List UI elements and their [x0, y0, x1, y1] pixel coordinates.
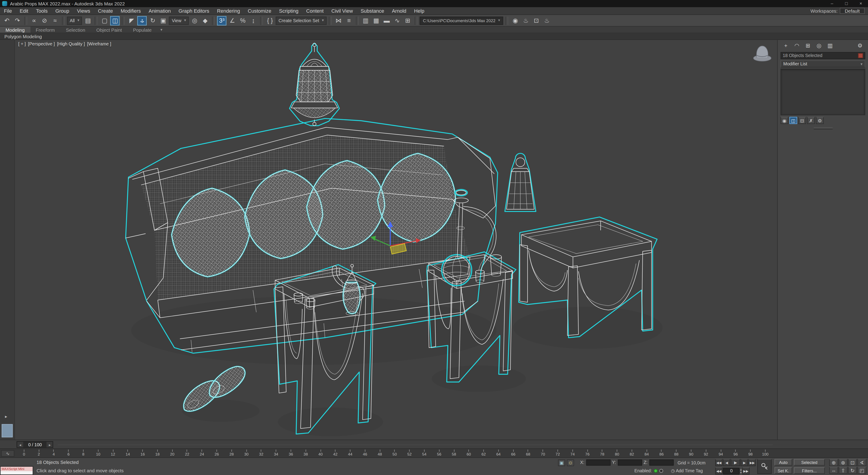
menu-edit[interactable]: Edit	[16, 7, 32, 15]
remove-modifier-icon[interactable]: ✗	[807, 117, 815, 124]
menu-customize[interactable]: Customize	[244, 7, 275, 15]
select-and-manipulate-icon[interactable]: ◆	[200, 16, 210, 25]
menu-content[interactable]: Content	[302, 7, 328, 15]
current-frame-field[interactable]: 0	[723, 468, 740, 474]
viewport-general-menu[interactable]: [ + ]	[18, 41, 26, 47]
menu-file[interactable]: File	[0, 7, 16, 15]
isolate-selection-icon[interactable]: ▣	[558, 459, 565, 466]
hierarchy-tab[interactable]: ⊞	[803, 41, 813, 49]
auto-key-button[interactable]: Auto	[774, 459, 792, 466]
render-setup-icon[interactable]: ♨	[521, 16, 531, 25]
trackbar-ruler[interactable]: 0246810121416182022242628303234363840424…	[17, 449, 773, 457]
toggle-ribbon-icon[interactable]: ▬	[382, 16, 392, 25]
selection-set-key-dropdown[interactable]: Selected	[794, 459, 825, 466]
walk-through-icon[interactable]: ⇧	[839, 467, 847, 474]
workspaces-dropdown[interactable]: Default	[840, 8, 865, 14]
go-to-start-button[interactable]: ◀◀	[715, 459, 722, 466]
rectangular-selection-region-icon[interactable]: ▢	[100, 16, 110, 25]
field-of-view-icon[interactable]: ∢	[857, 459, 866, 466]
perspective-viewport[interactable]: [ + ][Perspective ][High Quality ][Wiref…	[15, 40, 777, 440]
add-time-tag[interactable]: ◷ Add Time Tag	[671, 469, 703, 473]
next-frame-button[interactable]: ▶	[741, 459, 748, 466]
viewport-quality-menu[interactable]: [High Quality ]	[57, 41, 85, 47]
select-and-rotate-icon[interactable]: ↻	[148, 16, 158, 25]
align-icon[interactable]: ≡	[344, 16, 354, 25]
ribbon-tab-modeling[interactable]: Modeling	[0, 27, 30, 33]
adaptive-degradation-icon[interactable]	[659, 469, 663, 473]
menu-create[interactable]: Create	[94, 7, 117, 15]
ribbon-panel-polygon-modeling[interactable]: Polygon Modeling	[0, 33, 868, 40]
minimize-button[interactable]: –	[825, 0, 839, 7]
rendered-frame-window-icon[interactable]: ⊡	[532, 16, 541, 25]
maxscript-macro-row[interactable]: MAXScript Mini	[0, 467, 33, 471]
modifier-stack-list[interactable]	[780, 68, 865, 115]
show-end-result-icon[interactable]: ◫	[789, 117, 797, 124]
zoom-extents-icon[interactable]: ⊡	[848, 459, 857, 466]
menu-arnold[interactable]: Arnold	[388, 7, 410, 15]
time-slider-track[interactable]	[58, 444, 773, 445]
selection-lock-icon[interactable]: ⊙	[567, 459, 574, 466]
menu-scripting[interactable]: Scripting	[275, 7, 302, 15]
menu-animation[interactable]: Animation	[145, 7, 175, 15]
select-object-icon[interactable]: ◤	[127, 16, 136, 25]
menu-substance[interactable]: Substance	[357, 7, 388, 15]
mirror-icon[interactable]: ⋈	[334, 16, 343, 25]
ribbon-tab-object-paint[interactable]: Object Paint	[91, 27, 127, 33]
named-selection-sets-dropdown[interactable]: Create Selection Set	[276, 16, 327, 25]
menu-graph-editors[interactable]: Graph Editors	[175, 7, 213, 15]
close-button[interactable]: ×	[854, 0, 868, 7]
reference-coordinate-dropdown[interactable]: View	[169, 16, 189, 25]
key-filters-button[interactable]: Filters...	[794, 467, 825, 474]
modifier-list-dropdown[interactable]: Modifier List	[780, 60, 865, 68]
angle-snap-toggle-icon[interactable]: ∠	[228, 16, 237, 25]
select-by-name-icon[interactable]: ▤	[83, 16, 93, 25]
schematic-view-icon[interactable]: ⊞	[403, 16, 412, 25]
menu-civil-view[interactable]: Civil View	[328, 7, 357, 15]
go-to-end-button[interactable]: ▶▶	[749, 459, 756, 466]
zoom-all-icon[interactable]: ⊛	[839, 459, 847, 466]
create-tab[interactable]: +	[781, 41, 791, 49]
ribbon-tab-selection[interactable]: Selection	[60, 27, 91, 33]
menu-help[interactable]: Help	[410, 7, 428, 15]
previous-frame-button[interactable]: ◀	[723, 459, 730, 466]
spinner-snap-toggle-icon[interactable]: ↨	[249, 16, 258, 25]
render-production-icon[interactable]: ♨	[542, 16, 552, 25]
key-step-back-button[interactable]: ◀◀	[715, 467, 722, 475]
menu-modifiers[interactable]: Modifiers	[117, 7, 145, 15]
make-unique-icon[interactable]: ⊟	[798, 117, 806, 124]
maximize-viewport-toggle-icon[interactable]: ◰	[857, 467, 866, 474]
pin-stack-icon[interactable]: ◉	[780, 117, 788, 124]
ribbon-overflow-icon[interactable]: ▾	[157, 27, 166, 33]
selection-name-field[interactable]: 18 Objects Selected	[780, 52, 865, 59]
maxscript-mini-listener[interactable]: MAXScript Mini	[0, 466, 33, 475]
play-button[interactable]: ▶	[731, 459, 740, 466]
selection-filter-dropdown[interactable]: All	[67, 16, 82, 25]
select-and-link-icon[interactable]: ∝	[29, 16, 39, 25]
maximize-button[interactable]: □	[839, 0, 854, 7]
modify-tab[interactable]: ◠	[792, 41, 802, 49]
snaps-toggle-icon[interactable]: 3³	[217, 16, 226, 25]
window-crossing-toggle-icon[interactable]: ◫	[110, 16, 120, 25]
bind-to-space-warp-icon[interactable]: ≈	[51, 16, 60, 25]
material-editor-icon[interactable]: ◉	[510, 16, 520, 25]
pan-icon[interactable]: ⇔	[829, 467, 838, 474]
key-step-forward-button[interactable]: ▶▶	[742, 467, 749, 475]
utilities-tab[interactable]: ⚙	[855, 41, 865, 49]
menu-tools[interactable]: Tools	[32, 7, 52, 15]
enabled-status-dot[interactable]	[653, 469, 657, 473]
spinner-down-icon[interactable]: ▾	[740, 471, 742, 474]
previous-frame-arrow[interactable]: ◂	[17, 442, 23, 447]
maxscript-listener-row[interactable]	[0, 471, 33, 475]
set-key-mode-button[interactable]: Set K.	[774, 467, 792, 474]
percent-snap-toggle-icon[interactable]: %	[238, 16, 248, 25]
motion-tab[interactable]: ◎	[814, 41, 824, 49]
ribbon-tab-populate[interactable]: Populate	[127, 27, 157, 33]
toggle-layer-explorer-icon[interactable]: ▦	[371, 16, 381, 25]
viewport-scene[interactable]	[15, 40, 777, 440]
menu-group[interactable]: Group	[52, 7, 73, 15]
use-pivot-point-center-icon[interactable]: ◎	[190, 16, 199, 25]
panel-resize-grip[interactable]	[813, 127, 832, 129]
viewport-shading-menu[interactable]: [Wireframe ]	[87, 41, 111, 47]
hanging-lantern-object[interactable]	[289, 43, 339, 126]
z-coordinate-field[interactable]	[649, 459, 674, 466]
